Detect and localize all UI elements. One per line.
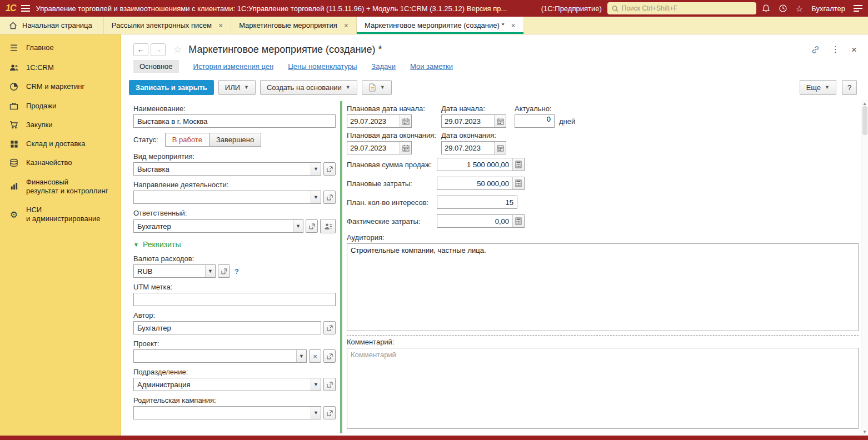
open-button[interactable] — [218, 264, 230, 278]
currency-input[interactable] — [134, 265, 205, 277]
scroll-down-icon[interactable]: ▼ — [862, 429, 867, 434]
open-button[interactable] — [323, 191, 336, 204]
create-based-on-button[interactable]: Создать на основании ▼ — [260, 80, 357, 95]
planned-start-input[interactable] — [347, 115, 400, 127]
planned-costs-input[interactable] — [437, 177, 512, 189]
dropdown-button[interactable]: ▼ — [311, 407, 321, 419]
more-menu-icon[interactable]: ⋮ — [831, 44, 840, 54]
utm-input[interactable] — [133, 293, 336, 306]
more-button[interactable]: Еще ▼ — [800, 80, 836, 95]
project-input[interactable] — [134, 350, 296, 362]
open-button[interactable] — [306, 219, 318, 233]
forward-button[interactable]: → — [151, 43, 166, 56]
help-button[interactable]: ? — [842, 80, 857, 95]
favorites-star-icon[interactable]: ☆ — [796, 4, 803, 13]
clear-button[interactable]: × — [309, 349, 321, 363]
calculator-button[interactable] — [512, 215, 524, 227]
tab-main[interactable]: Основное — [133, 60, 179, 73]
activity-direction-input[interactable] — [134, 191, 311, 203]
sidebar-item-financial-result[interactable]: Финансовый результат и контроллинг — [0, 173, 121, 201]
tab-email-campaigns[interactable]: Рассылки электронных писем × — [104, 17, 231, 34]
notifications-bell-icon[interactable] — [762, 4, 770, 13]
back-button[interactable]: ← — [133, 43, 148, 56]
select-user-button[interactable] — [320, 219, 336, 233]
sidebar-item-nsi-admin[interactable]: ⚙ НСИ и администрирование — [0, 201, 121, 229]
open-button[interactable] — [323, 349, 336, 363]
close-tab-icon[interactable]: × — [511, 22, 516, 29]
sidebar-item-purchases[interactable]: Закупки — [0, 116, 121, 134]
parent-campaign-input[interactable] — [134, 407, 311, 419]
dropdown-button[interactable]: ▼ — [296, 350, 306, 362]
tab-item-prices[interactable]: Цены номенклатуры — [288, 62, 357, 71]
link-icon[interactable] — [811, 45, 820, 54]
sidebar-item-main[interactable]: ☰ Главное — [0, 38, 121, 58]
field-planned-end-date: Плановая дата окончания: — [347, 131, 441, 154]
document-action-button[interactable]: ▼ — [362, 80, 392, 95]
sidebar-item-warehouse[interactable]: Склад и доставка — [0, 134, 121, 153]
open-button[interactable] — [323, 406, 336, 419]
calendar-button[interactable] — [400, 115, 411, 127]
department-input[interactable] — [134, 378, 311, 391]
actual-costs-input[interactable] — [437, 215, 512, 227]
open-button[interactable] — [323, 321, 336, 334]
tab-tasks[interactable]: Задачи — [371, 62, 396, 71]
close-tab-icon[interactable]: × — [344, 22, 348, 29]
calendar-button[interactable] — [494, 115, 506, 127]
tab-price-history[interactable]: История изменения цен — [193, 62, 274, 71]
author-input[interactable] — [134, 322, 321, 334]
planned-interests-input[interactable] — [437, 196, 517, 208]
currency-help-link[interactable]: ? — [235, 267, 239, 276]
scroll-up-icon[interactable]: ▲ — [862, 101, 867, 106]
open-button[interactable] — [323, 162, 336, 176]
dropdown-button[interactable]: ▼ — [311, 191, 321, 203]
requisites-section-header[interactable]: ▼ Реквизиты — [133, 240, 340, 249]
history-icon[interactable] — [779, 4, 787, 13]
dropdown-button[interactable]: ▼ — [311, 378, 321, 391]
calendar-button[interactable] — [400, 142, 411, 154]
tab-home[interactable]: Начальная страница — [0, 17, 104, 34]
close-tab-icon[interactable]: × — [218, 22, 223, 29]
sidebar-item-crm-marketing[interactable]: CRM и маркетинг — [0, 77, 121, 96]
status-in-progress-button[interactable]: В работе — [165, 133, 209, 147]
end-date-input[interactable] — [442, 142, 494, 154]
responsible-input[interactable] — [134, 220, 293, 232]
favorite-star-icon[interactable]: ☆ — [173, 44, 182, 56]
planned-sales-input[interactable] — [437, 158, 512, 171]
audience-textarea[interactable]: Строительные компании, частные лица. — [347, 243, 859, 331]
dropdown-button[interactable]: ▼ — [293, 220, 303, 232]
service-menu-icon[interactable] — [854, 5, 862, 12]
caret-down-icon: ▼ — [825, 85, 830, 90]
application-window: 1С Управление торговлей и взаимоотношени… — [0, 0, 868, 440]
field-end-date: Дата окончания: — [441, 131, 515, 154]
status-completed-button[interactable]: Завершено — [209, 133, 261, 147]
sidebar-item-treasury[interactable]: Казначейство — [0, 153, 121, 172]
dropdown-button[interactable]: ▼ — [311, 163, 321, 175]
calculator-button[interactable] — [512, 158, 524, 171]
tab-marketing-event-new[interactable]: Маркетинговое мероприятие (создание) * × — [357, 17, 524, 34]
name-input[interactable] — [133, 114, 336, 128]
global-search[interactable] — [607, 2, 756, 14]
close-form-icon[interactable]: × — [851, 45, 857, 54]
tab-my-notes[interactable]: Мои заметки — [410, 62, 453, 71]
current-user[interactable]: Бухгалтер — [811, 4, 845, 13]
or-dropdown-button[interactable]: ИЛИ ▼ — [218, 80, 256, 95]
scrollbar-thumb[interactable] — [862, 106, 867, 135]
calendar-button[interactable] — [494, 142, 506, 154]
tab-marketing-events[interactable]: Маркетинговые мероприятия × — [231, 17, 357, 34]
comment-textarea[interactable] — [347, 348, 859, 429]
calculator-button[interactable] — [512, 177, 524, 189]
horizontal-splitter[interactable] — [347, 335, 859, 336]
event-type-input[interactable] — [134, 163, 311, 175]
sidebar-item-1c-crm[interactable]: 1С:CRM — [0, 58, 121, 77]
dropdown-button[interactable]: ▼ — [205, 265, 215, 277]
search-input[interactable] — [622, 4, 752, 12]
column-splitter[interactable] — [340, 101, 342, 433]
open-button[interactable] — [323, 378, 336, 391]
planned-end-input[interactable] — [347, 142, 400, 154]
main-menu-icon[interactable] — [21, 5, 30, 12]
sidebar-item-sales[interactable]: Продажи — [0, 97, 121, 116]
vertical-scrollbar[interactable]: ▲ ▼ — [861, 100, 868, 436]
start-date-input[interactable] — [442, 115, 494, 127]
actual-days-input[interactable] — [515, 115, 554, 123]
save-and-close-button[interactable]: Записать и закрыть — [129, 80, 214, 95]
